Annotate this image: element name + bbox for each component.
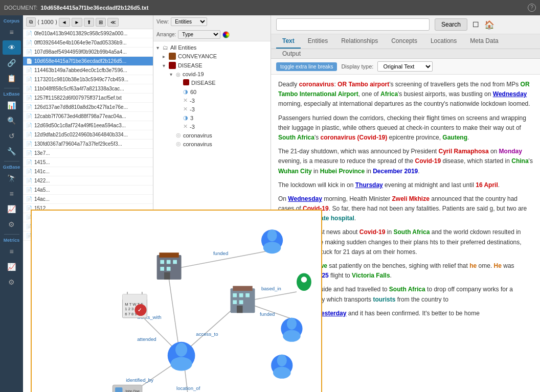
file-item[interactable]: 📄13e7... <box>23 149 153 158</box>
coronavirus-item-2[interactable]: ◎ coronavirus <box>155 140 268 148</box>
sidebar-wrench-icon[interactable]: 🔧 <box>3 144 21 158</box>
file-item[interactable]: 📄130fd0367af79604a77a37fef29ce5f3... <box>23 140 153 149</box>
corpus-label: Corpus <box>4 18 20 24</box>
svg-line-7 <box>169 280 179 348</box>
disease-sub-item[interactable]: DISEASE <box>155 78 268 87</box>
entity-cyril: Cyril Ramaphosa <box>439 148 489 155</box>
entity-label: 3 <box>190 115 193 121</box>
sidebar-link-icon[interactable]: 🔗 <box>3 56 21 70</box>
sidebar-settings-icon[interactable]: ⚙ <box>3 217 21 232</box>
disease-item[interactable]: ▾ DISEASE <box>155 61 268 70</box>
entity-tourists: tourists <box>373 296 395 303</box>
arrange-select[interactable]: Type Frequency Alphabetical <box>178 30 220 39</box>
entity-label: 60 <box>190 89 196 95</box>
file-item[interactable]: 📄0fe010a413b94013829c958c5992a000... <box>23 29 153 38</box>
collapse-btn[interactable]: ≪ <box>107 18 119 27</box>
tab-concepts[interactable]: Concepts <box>385 34 423 49</box>
toggle-line-breaks-btn[interactable]: toggle extra line breaks <box>276 62 337 71</box>
entity-zweli: Zweli Mkhize <box>392 195 430 202</box>
nav-next-btn[interactable]: ► <box>72 18 83 27</box>
count-neg3-item-1[interactable]: ✕ -3 <box>155 96 268 105</box>
view-select[interactable]: Entities Relations Concepts <box>171 17 207 26</box>
file-item[interactable]: 📄12cabb7f70673ed4d88f798a77eac04a... <box>23 112 153 121</box>
entity-ortambo-airport: OR Tambo airport <box>338 81 389 88</box>
sidebar-doc-icon[interactable]: 📋 <box>3 71 21 85</box>
file-item[interactable]: 📄126d137ae7d8d810a8d2bc427fa1e76e... <box>23 103 153 112</box>
file-item[interactable]: 📄14ac... <box>23 195 153 204</box>
display-type-select[interactable]: Original Text Annotated Text Plain Text <box>377 61 433 72</box>
file-item[interactable]: 📄14a5... <box>23 186 153 195</box>
file-item[interactable]: 📄114463b149a7abbed4ec0c1cfb3e7596... <box>23 66 153 75</box>
svg-text:location_of: location_of <box>176 385 200 391</box>
sidebar-metrics-list-icon[interactable]: ≡ <box>3 244 21 259</box>
entity-label: DISEASE <box>178 62 202 68</box>
entity-label: -3 <box>190 124 195 130</box>
search-input[interactable] <box>276 18 430 31</box>
help-icon[interactable]: ? <box>528 4 536 12</box>
tab-metadata[interactable]: Meta Data <box>464 34 504 49</box>
sidebar-search-icon[interactable]: 🔍 <box>3 113 21 128</box>
file-item[interactable]: 📄107d98aef54944959f0b902b99b4a5a4... <box>23 48 153 57</box>
entity-label: covid-19 <box>183 71 204 77</box>
count-neg3-item-2[interactable]: ✕ -3 <box>155 105 268 113</box>
home-icon[interactable]: 🏠 <box>484 20 494 30</box>
file-item[interactable]: 📄1422... <box>23 176 153 186</box>
coronavirus-item-1[interactable]: ◎ coronavirus <box>155 131 268 140</box>
count-neg3-item-3[interactable]: ✕ -3 <box>155 122 268 131</box>
sidebar-refresh-icon[interactable]: ↺ <box>3 129 21 143</box>
sidebar-menu-icon[interactable]: ≡ <box>3 25 21 39</box>
tab-entities[interactable]: Entities <box>302 34 334 49</box>
color-picker[interactable] <box>222 31 230 38</box>
sidebar-chart-icon[interactable]: 📊 <box>3 98 21 112</box>
svg-line-11 <box>189 309 233 349</box>
tab-locations[interactable]: Locations <box>424 34 463 49</box>
sidebar-list-icon[interactable]: ≡ <box>3 187 21 201</box>
search-button[interactable]: Search <box>435 18 467 31</box>
file-item[interactable]: 📄1415... <box>23 158 153 167</box>
tab-relationships[interactable]: Relationships <box>335 34 384 49</box>
all-entities-label: All Entities <box>170 44 196 51</box>
entities-toolbar: View: Entities Relations Concepts Arrang… <box>153 15 271 41</box>
export-btn[interactable]: ⬆ <box>84 18 94 27</box>
text-paragraph-4: The lockdown will kick in on Thursday ev… <box>278 180 533 190</box>
entity-16april: 16 April <box>476 181 498 189</box>
covid19-item[interactable]: ▾ ◎ covid-19 <box>155 70 268 78</box>
svg-rect-0 <box>183 79 189 85</box>
file-item[interactable]: 📄0ff03926445e4b1064e9e70ad05336b9... <box>23 38 153 48</box>
entity-label: -3 <box>190 98 195 104</box>
nav-prev-btn[interactable]: ◄ <box>59 18 70 27</box>
sidebar-graph-icon[interactable]: 📈 <box>3 202 21 216</box>
copy-icon-btn[interactable]: ⧉ <box>26 17 36 27</box>
entity-label: coronavirus <box>183 132 212 139</box>
svg-rect-23 <box>167 260 171 264</box>
file-item[interactable]: 📄1257ff115822d6f007975ff371acf5ef.txt <box>23 94 153 103</box>
tab-text[interactable]: Text <box>276 34 301 49</box>
entity-he-2: He <box>494 262 502 269</box>
main-layout: Corpus ≡ 👁 🔗 📋 LxBase 📊 🔍 ↺ 🔧 GxBase 🔭 ≡… <box>0 15 540 392</box>
count-3-item[interactable]: ◑ 3 <box>155 113 268 122</box>
svg-rect-24 <box>173 260 177 264</box>
entity-wuhan: Wuhan City <box>278 168 312 175</box>
file-item[interactable]: 📄11b048f858c5cf63a4f7a821338a3cac... <box>23 84 153 94</box>
text-paragraph-1: Deadly coronavirus: OR Tambo airport's s… <box>278 80 533 109</box>
checkbox-icon[interactable]: ☐ <box>472 20 479 29</box>
svg-point-50 <box>283 330 301 342</box>
svg-rect-27 <box>164 272 170 280</box>
file-item[interactable]: 📄12d9dfab21d5c0224960b3464840b334... <box>23 130 153 140</box>
count-60-item[interactable]: ◑ 60 <box>155 87 268 96</box>
filter-btn[interactable]: ⊞ <box>96 18 106 27</box>
file-item[interactable]: 📄12d69d50c1c8af724a49f61eea594ac3... <box>23 121 153 130</box>
file-item[interactable]: 📄141c... <box>23 167 153 176</box>
all-entities-item[interactable]: ▾ 🗂 All Entities <box>155 43 268 52</box>
sidebar-eye-icon[interactable]: 👁 <box>3 40 21 55</box>
svg-rect-39 <box>233 293 237 297</box>
sidebar-metrics-settings-icon[interactable]: ⚙ <box>3 275 21 289</box>
output-tab[interactable]: Output <box>276 48 307 59</box>
file-item-selected[interactable]: 📄10d658e4415a7f1be36ecdadf2b126d5... <box>23 57 153 66</box>
entity-coronavirus-1: coronavirus <box>299 81 334 88</box>
sidebar-metrics-graph-icon[interactable]: 📈 <box>3 260 21 274</box>
file-item[interactable]: 📄1173201c9810b38e1b3c5949c77cb459... <box>23 75 153 84</box>
conveyance-item[interactable]: ▸ CONVEYANCE <box>155 52 268 61</box>
svg-rect-29 <box>122 294 147 301</box>
sidebar-scope-icon[interactable]: 🔭 <box>3 171 21 186</box>
